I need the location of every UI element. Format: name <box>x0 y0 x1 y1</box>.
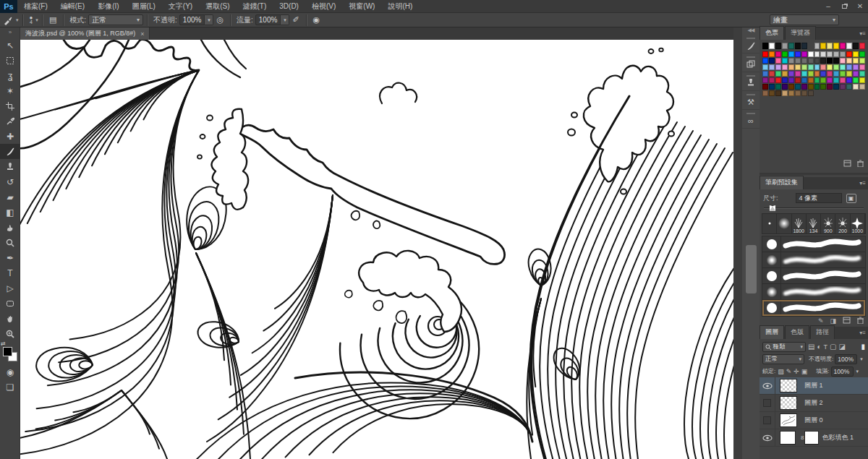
swatch[interactable] <box>808 77 814 83</box>
swatch[interactable] <box>833 71 839 77</box>
photoshop-logo[interactable]: Ps <box>0 0 17 13</box>
swatch[interactable] <box>782 84 788 90</box>
swatch[interactable] <box>775 77 781 83</box>
brush-tool[interactable] <box>0 144 20 159</box>
opacity-value[interactable]: 100% <box>179 14 205 25</box>
swatch[interactable] <box>827 77 833 83</box>
swatch[interactable] <box>808 71 814 77</box>
layer-opacity-value[interactable]: 100% <box>835 354 857 364</box>
swatch[interactable] <box>814 84 820 90</box>
brush-stroke-toggle-icon[interactable]: ✎ <box>818 317 824 325</box>
filter-type-icon[interactable]: T <box>824 343 828 351</box>
dodge-tool[interactable] <box>0 235 20 250</box>
swatch[interactable] <box>859 84 865 90</box>
layer-row-0[interactable]: 圖層 1 <box>760 377 868 395</box>
flow-caret[interactable]: ▾ <box>281 14 289 25</box>
swatch[interactable] <box>788 84 794 90</box>
swatch[interactable] <box>846 64 852 70</box>
swatch[interactable] <box>814 43 820 49</box>
menu-item-10[interactable]: 說明(H) <box>381 0 419 13</box>
swatch[interactable] <box>795 58 801 64</box>
swatch[interactable] <box>795 71 801 77</box>
tab-brush-presets[interactable]: 筆刷預設集 <box>760 176 804 189</box>
dock-clone-source-icon[interactable] <box>742 53 760 72</box>
menu-item-8[interactable]: 檢視(V) <box>305 0 342 13</box>
swatch[interactable] <box>853 43 859 49</box>
swatch[interactable] <box>782 77 788 83</box>
dock-creative-cloud-icon[interactable]: ∞ <box>742 110 760 129</box>
swatch[interactable] <box>769 58 775 64</box>
swatch[interactable] <box>782 90 788 96</box>
layer-name[interactable]: 圖層 1 <box>804 381 823 390</box>
swatch[interactable] <box>775 71 781 77</box>
swatch[interactable] <box>788 77 794 83</box>
layer-name[interactable]: 圖層 2 <box>804 398 823 408</box>
fill-caret[interactable]: ▾ <box>856 369 859 374</box>
swatch[interactable] <box>846 77 852 83</box>
swatch[interactable] <box>814 58 820 64</box>
swatch[interactable] <box>846 58 852 64</box>
swatch[interactable] <box>853 77 859 83</box>
brush-tip-fuzz[interactable]: 900 <box>821 214 835 233</box>
swatch[interactable] <box>808 64 814 70</box>
swatch[interactable] <box>853 58 859 64</box>
brush-size-slider[interactable] <box>764 205 864 212</box>
lock-move-icon[interactable]: ✛ <box>793 368 799 375</box>
history-brush-tool[interactable]: ↺ <box>0 174 20 189</box>
swatch[interactable] <box>762 71 768 77</box>
swatch[interactable] <box>769 71 775 77</box>
brush-preset-row[interactable] <box>762 268 865 284</box>
flow-value[interactable]: 100% <box>255 14 281 25</box>
gradient-tool[interactable]: ◧ <box>0 205 20 220</box>
swatch[interactable] <box>833 84 839 90</box>
filter-pixel-icon[interactable]: ▤ <box>808 343 814 351</box>
lock-all-icon[interactable]: ▣ <box>801 368 808 375</box>
swatch[interactable] <box>801 58 807 64</box>
eraser-tool[interactable]: ▰ <box>0 189 20 205</box>
swatch[interactable] <box>769 84 775 90</box>
swatch[interactable] <box>808 51 814 57</box>
swatch[interactable] <box>820 43 826 49</box>
swatch[interactable] <box>769 64 775 70</box>
menu-item-0[interactable]: 檔案(F) <box>17 0 54 13</box>
swatch[interactable] <box>827 84 833 90</box>
delete-swatch-icon[interactable] <box>857 157 864 170</box>
swatch[interactable] <box>762 43 768 49</box>
swatch[interactable] <box>782 43 788 49</box>
swatch[interactable] <box>788 71 794 77</box>
swatch[interactable] <box>775 51 781 57</box>
mode-select[interactable]: 正常▾ <box>88 14 143 25</box>
layer-row-2[interactable]: 圖層 0 <box>760 412 868 429</box>
tab-layers[interactable]: 圖層 <box>760 325 784 339</box>
visibility-toggle[interactable] <box>760 377 775 395</box>
path-selection-tool[interactable]: ▷ <box>0 280 20 296</box>
swatch[interactable] <box>840 71 846 77</box>
canvas[interactable] <box>20 40 733 459</box>
brush-preset-row[interactable] <box>762 252 865 268</box>
layer-filter-select[interactable]: 種類▾ <box>762 342 806 352</box>
visibility-toggle[interactable] <box>760 412 775 429</box>
dock-tool-presets-icon[interactable] <box>742 72 760 91</box>
swatch[interactable] <box>769 51 775 57</box>
swatch[interactable] <box>801 71 807 77</box>
type-tool[interactable]: T <box>0 265 20 280</box>
opacity-caret[interactable]: ▾ <box>205 14 213 25</box>
swatch[interactable] <box>814 77 820 83</box>
menu-item-7[interactable]: 3D(D) <box>273 0 305 13</box>
swatch[interactable] <box>808 90 814 96</box>
swatch[interactable] <box>833 77 839 83</box>
swatch[interactable] <box>853 71 859 77</box>
swatch[interactable] <box>782 51 788 57</box>
swatch[interactable] <box>762 77 768 83</box>
swatch[interactable] <box>859 58 865 64</box>
brush-size-toggle-icon[interactable]: ▣ <box>846 194 856 203</box>
swatch[interactable] <box>814 64 820 70</box>
swatch[interactable] <box>840 58 846 64</box>
panel-menu-icon[interactable]: ▾≡ <box>859 180 866 186</box>
swatch[interactable] <box>782 58 788 64</box>
layer-name[interactable]: 色彩填色 1 <box>822 433 854 442</box>
swatch[interactable] <box>801 77 807 83</box>
swatch[interactable] <box>762 90 768 96</box>
swatch[interactable] <box>840 84 846 90</box>
swatch[interactable] <box>775 43 781 49</box>
